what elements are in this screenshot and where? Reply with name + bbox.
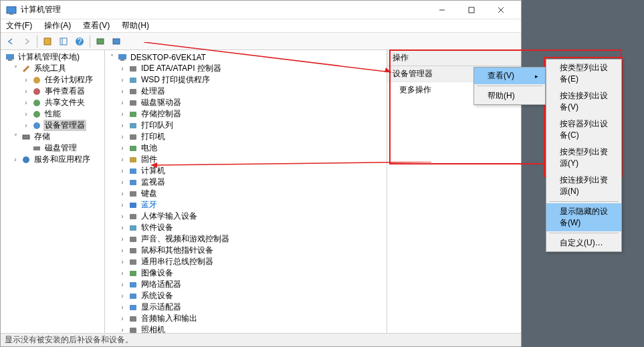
- expand-icon[interactable]: ›: [118, 315, 126, 323]
- expand-icon[interactable]: ›: [22, 76, 30, 84]
- expand-icon[interactable]: ›: [22, 110, 30, 118]
- expand-icon[interactable]: ›: [118, 110, 126, 118]
- menu-help[interactable]: 帮助(H): [119, 19, 152, 32]
- minimize-button[interactable]: [427, 1, 457, 19]
- expand-icon[interactable]: ›: [118, 88, 126, 96]
- tool-icon-4[interactable]: [109, 34, 124, 49]
- expand-icon[interactable]: ›: [118, 281, 126, 289]
- disk-icon: [31, 143, 42, 154]
- expand-icon[interactable]: ›: [118, 304, 126, 312]
- expand-icon[interactable]: ›: [118, 76, 126, 84]
- tree-item[interactable]: 磁盘管理: [1, 142, 104, 154]
- menu-action[interactable]: 操作(A): [41, 19, 74, 32]
- tool-icon-3[interactable]: [93, 34, 108, 49]
- expand-icon[interactable]: ›: [118, 258, 126, 266]
- expand-icon[interactable]: ›: [118, 144, 126, 152]
- menu-file[interactable]: 文件(F): [3, 19, 35, 32]
- tree-group[interactable]: ˅ 存储: [1, 131, 104, 142]
- device-category[interactable]: › 蓝牙: [105, 199, 387, 211]
- device-category[interactable]: › 打印队列: [105, 120, 387, 131]
- submenu-show-hidden[interactable]: 显示隐藏的设备(W): [546, 203, 621, 231]
- tree-label: 电池: [140, 142, 158, 154]
- device-category[interactable]: › 声音、视频和游戏控制器: [105, 233, 387, 245]
- submenu-item[interactable]: 按连接列出资源(N): [546, 172, 621, 200]
- device-category[interactable]: › 网络适配器: [105, 279, 387, 290]
- expand-icon[interactable]: ›: [118, 235, 126, 243]
- svg-text:?: ?: [78, 37, 82, 46]
- device-category[interactable]: › 磁盘驱动器: [105, 97, 387, 108]
- tree-item[interactable]: › 事件查看器: [1, 86, 104, 97]
- expand-icon[interactable]: ›: [118, 224, 126, 232]
- collapse-icon[interactable]: ˅: [11, 133, 19, 141]
- tools-icon: [21, 64, 31, 74]
- tree-group[interactable]: › 服务和应用程序: [1, 154, 104, 165]
- expand-icon[interactable]: ›: [22, 122, 30, 130]
- submenu-view[interactable]: 查看(V) ▸: [474, 68, 545, 84]
- expand-icon[interactable]: ›: [118, 213, 126, 221]
- device-category[interactable]: › 计算机: [105, 165, 387, 177]
- device-category[interactable]: › IDE ATA/ATAPI 控制器: [105, 63, 387, 74]
- device-root[interactable]: ˅ DESKTOP-6VEK1AT: [105, 51, 387, 63]
- collapse-icon[interactable]: ˅: [108, 53, 116, 62]
- submenu-help[interactable]: 帮助(H): [474, 88, 545, 104]
- tree-label: IDE ATA/ATAPI 控制器: [140, 63, 223, 74]
- tool-icon-2[interactable]: [56, 34, 71, 49]
- submenu-item[interactable]: 按容器列出设备(C): [546, 116, 621, 144]
- svg-rect-6: [44, 38, 51, 45]
- collapse-icon[interactable]: ˅: [11, 65, 19, 73]
- device-category[interactable]: › 显示适配器: [105, 302, 387, 313]
- expand-icon[interactable]: ›: [22, 88, 30, 96]
- maximize-button[interactable]: [457, 1, 486, 19]
- close-button[interactable]: [486, 1, 516, 19]
- submenu-item[interactable]: 按连接列出设备(V): [546, 88, 621, 116]
- expand-icon[interactable]: ›: [118, 156, 126, 164]
- tree-root[interactable]: 计算机管理(本地): [1, 51, 104, 63]
- expand-icon[interactable]: ›: [118, 179, 126, 187]
- expand-icon[interactable]: ›: [22, 99, 30, 107]
- device-category[interactable]: › 照相机: [105, 324, 387, 333]
- device-category[interactable]: › 系统设备: [105, 290, 387, 302]
- expand-icon[interactable]: ›: [118, 122, 126, 130]
- device-category[interactable]: › 图像设备: [105, 267, 387, 279]
- expand-icon[interactable]: ›: [118, 292, 126, 300]
- device-category[interactable]: › 鼠标和其他指针设备: [105, 245, 387, 256]
- device-category[interactable]: › WSD 打印提供程序: [105, 74, 387, 86]
- device-category[interactable]: › 软件设备: [105, 222, 387, 233]
- device-category[interactable]: › 电池: [105, 142, 387, 154]
- expand-icon[interactable]: ›: [118, 167, 126, 175]
- device-category[interactable]: › 固件: [105, 154, 387, 165]
- expand-icon[interactable]: ›: [118, 65, 126, 73]
- tree-item[interactable]: › 设备管理器: [1, 120, 104, 131]
- expand-icon[interactable]: ›: [11, 156, 19, 164]
- device-category[interactable]: › 键盘: [105, 188, 387, 199]
- menu-view[interactable]: 查看(V): [80, 19, 112, 32]
- expand-icon[interactable]: ›: [118, 247, 126, 255]
- submenu-item[interactable]: 按类型列出设备(E): [546, 60, 621, 88]
- tree-group[interactable]: ˅ 系统工具: [1, 63, 104, 74]
- device-category[interactable]: › 音频输入和输出: [105, 313, 387, 324]
- device-category[interactable]: › 存储控制器: [105, 108, 387, 120]
- device-category[interactable]: › 监视器: [105, 177, 387, 188]
- expand-icon[interactable]: ›: [118, 190, 126, 198]
- expand-icon[interactable]: ›: [118, 99, 126, 107]
- forward-button[interactable]: [19, 34, 34, 49]
- expand-icon[interactable]: ›: [118, 133, 126, 141]
- help-icon[interactable]: ?: [72, 34, 87, 49]
- submenu-item[interactable]: 按类型列出资源(Y): [546, 144, 621, 172]
- device-category[interactable]: › 打印机: [105, 131, 387, 142]
- svg-rect-41: [130, 248, 136, 253]
- device-category[interactable]: › 人体学输入设备: [105, 211, 387, 222]
- submenu-custom[interactable]: 自定义(U)…: [546, 235, 621, 251]
- tool-icon-1[interactable]: [40, 34, 55, 49]
- device-category[interactable]: › 通用串行总线控制器: [105, 256, 387, 267]
- expand-icon[interactable]: ›: [118, 201, 126, 209]
- device-category[interactable]: › 处理器: [105, 86, 387, 97]
- back-button[interactable]: [3, 34, 18, 49]
- tree-item[interactable]: › 共享文件夹: [1, 97, 104, 108]
- expand-icon[interactable]: ›: [118, 269, 126, 277]
- tree-label: 存储: [33, 131, 51, 142]
- svg-rect-13: [6, 54, 14, 60]
- expand-icon[interactable]: ›: [118, 326, 126, 334]
- tree-item[interactable]: › 性能: [1, 108, 104, 120]
- tree-item[interactable]: › 任务计划程序: [1, 74, 104, 86]
